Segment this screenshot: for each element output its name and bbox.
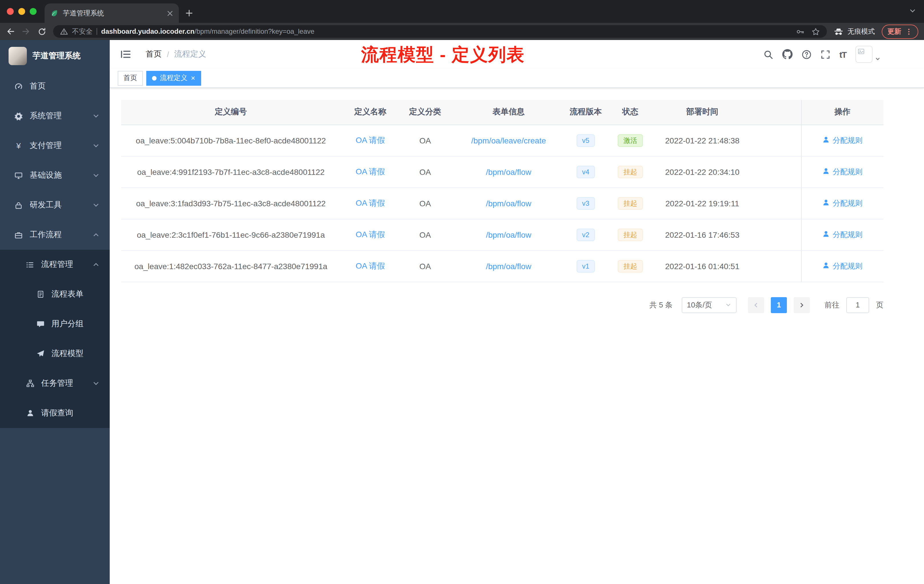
cell-spacer xyxy=(749,125,801,156)
org-tree-icon xyxy=(25,379,35,388)
sidebar-item-process-form[interactable]: 流程表单 xyxy=(0,279,110,309)
close-window-button[interactable] xyxy=(7,8,14,15)
key-icon[interactable] xyxy=(796,27,805,36)
sidebar-item-user-group[interactable]: 用户分组 xyxy=(0,309,110,339)
definition-name-link[interactable]: OA 请假 xyxy=(356,261,385,270)
status-badge: 挂起 xyxy=(618,228,643,241)
browser-tab[interactable]: 芋道管理系统 xyxy=(45,3,179,23)
sidebar-item-task-management[interactable]: 任务管理 xyxy=(0,369,110,398)
assign-rule-button[interactable]: 分配规则 xyxy=(823,198,863,208)
form-link[interactable]: /bpm/oa/flow xyxy=(486,230,531,239)
assign-rule-button[interactable]: 分配规则 xyxy=(823,135,863,145)
app-logo[interactable]: 芋道管理系统 xyxy=(0,40,110,71)
bookmark-star-icon[interactable] xyxy=(812,27,820,36)
sidebar-item-process-model[interactable]: 流程模型 xyxy=(0,339,110,369)
form-link[interactable]: /bpm/oa/flow xyxy=(486,261,531,271)
chevron-up-icon xyxy=(92,231,99,238)
sidebar-item-devtools[interactable]: 研发工具 xyxy=(0,190,110,220)
breadcrumb-separator: / xyxy=(167,50,169,59)
chevron-down-icon xyxy=(92,202,99,209)
definition-name-link[interactable]: OA 请假 xyxy=(356,135,385,144)
assign-rule-button[interactable]: 分配规则 xyxy=(823,167,863,177)
cell-deploy-time: 2022-01-22 20:34:10 xyxy=(656,156,749,187)
table-row: oa_leave:1:482ec033-762a-11ec-8477-a2380… xyxy=(121,250,883,282)
cell-definition-id: oa_leave:1:482ec033-762a-11ec-8477-a2380… xyxy=(121,250,341,282)
table-row: oa_leave:2:3c1f0ef1-76b1-11ec-9c66-a2380… xyxy=(121,219,883,250)
gear-icon xyxy=(14,112,23,120)
logo-avatar xyxy=(8,46,27,65)
column-header-name: 定义名称 xyxy=(341,100,400,125)
maximize-window-button[interactable] xyxy=(30,8,36,15)
address-input[interactable]: 不安全 dashboard.yudao.iocoder.cn/bpm/manag… xyxy=(53,25,827,38)
close-tab-icon[interactable] xyxy=(167,10,173,16)
column-header-deploy-time: 部署时间 xyxy=(656,100,749,125)
table-row: oa_leave:3:1fad3d93-7b75-11ec-a3c8-acde4… xyxy=(121,187,883,219)
next-page-button[interactable] xyxy=(794,297,810,313)
sidebar-item-home[interactable]: 首页 xyxy=(0,71,110,101)
help-icon[interactable] xyxy=(802,49,812,59)
sidebar: 芋道管理系统 首页 系统管理 ¥ 支付管理 xyxy=(0,40,110,584)
chevron-up-icon xyxy=(92,261,99,268)
page-1-button[interactable]: 1 xyxy=(771,297,787,313)
fullscreen-icon[interactable] xyxy=(820,49,830,59)
close-tag-icon[interactable]: × xyxy=(191,74,195,82)
url-path: /bpm/manager/definition?key=oa_leave xyxy=(195,27,315,35)
sidebar-item-leave-query[interactable]: 请假查询 xyxy=(0,398,110,428)
column-header-form: 表单信息 xyxy=(450,100,567,125)
sidebar-item-workflow[interactable]: 工作流程 xyxy=(0,220,110,250)
tab-title: 芋道管理系统 xyxy=(63,8,162,18)
font-size-icon[interactable]: tT xyxy=(840,49,846,59)
sidebar-item-payment[interactable]: ¥ 支付管理 xyxy=(0,131,110,160)
table-header-row: 定义编号 定义名称 定义分类 表单信息 流程版本 状态 部署时间 操作 xyxy=(121,100,883,125)
page-size-select[interactable]: 10条/页 xyxy=(682,297,737,313)
goto-label: 前往 xyxy=(825,300,840,310)
dashboard-icon xyxy=(14,82,23,91)
assign-rule-button[interactable]: 分配规则 xyxy=(823,229,863,240)
definition-name-link[interactable]: OA 请假 xyxy=(356,167,385,176)
column-header-action: 操作 xyxy=(801,100,883,125)
sidebar-item-system[interactable]: 系统管理 xyxy=(0,101,110,131)
github-icon[interactable] xyxy=(782,49,792,59)
reload-button[interactable] xyxy=(38,27,46,36)
update-button[interactable]: 更新 xyxy=(882,24,918,39)
definition-name-link[interactable]: OA 请假 xyxy=(356,229,385,239)
version-badge: v2 xyxy=(576,228,595,241)
new-tab-button[interactable] xyxy=(181,5,197,21)
assign-rule-button[interactable]: 分配规则 xyxy=(823,261,863,271)
tab-search-chevron-icon[interactable] xyxy=(909,7,916,14)
cell-spacer xyxy=(749,187,801,219)
sidebar-item-label: 任务管理 xyxy=(41,378,73,389)
page-size-value: 10条/页 xyxy=(687,300,712,310)
form-link[interactable]: /bpm/oa/flow xyxy=(486,167,531,176)
form-link[interactable]: /bpm/oa/leave/create xyxy=(471,136,546,145)
form-link[interactable]: /bpm/oa/flow xyxy=(486,199,531,208)
paper-plane-icon xyxy=(35,350,45,358)
back-button[interactable] xyxy=(6,27,15,36)
breadcrumb-home[interactable]: 首页 xyxy=(146,49,162,59)
sidebar-collapse-icon[interactable] xyxy=(120,49,132,60)
tag-home[interactable]: 首页 xyxy=(118,71,143,86)
goto-page-input[interactable] xyxy=(846,297,869,313)
assign-rule-label: 分配规则 xyxy=(833,229,863,240)
incognito-label: 无痕模式 xyxy=(847,26,875,36)
cell-spacer xyxy=(749,156,801,187)
user-menu[interactable] xyxy=(855,46,881,63)
user-icon xyxy=(823,136,830,145)
sidebar-item-infrastructure[interactable]: 基础设施 xyxy=(0,160,110,190)
definition-name-link[interactable]: OA 请假 xyxy=(356,198,385,207)
prev-page-button[interactable] xyxy=(748,297,764,313)
chevron-right-icon xyxy=(798,302,805,308)
forward-button[interactable] xyxy=(22,27,31,36)
search-icon[interactable] xyxy=(764,49,773,59)
annotation-title: 流程模型 - 定义列表 xyxy=(361,43,525,67)
minimize-window-button[interactable] xyxy=(18,8,25,15)
sidebar-item-process-management[interactable]: 流程管理 xyxy=(0,250,110,279)
security-warning-icon[interactable] xyxy=(60,27,68,35)
lock-icon xyxy=(14,201,23,210)
window-controls xyxy=(0,0,45,23)
app-title: 芋道管理系统 xyxy=(33,51,81,61)
tag-process-definition[interactable]: 流程定义 × xyxy=(146,71,201,86)
version-badge: v4 xyxy=(576,165,595,178)
main-content: 定义编号 定义名称 定义分类 表单信息 流程版本 状态 部署时间 操作 xyxy=(110,88,924,584)
omnibox-divider xyxy=(97,28,97,35)
